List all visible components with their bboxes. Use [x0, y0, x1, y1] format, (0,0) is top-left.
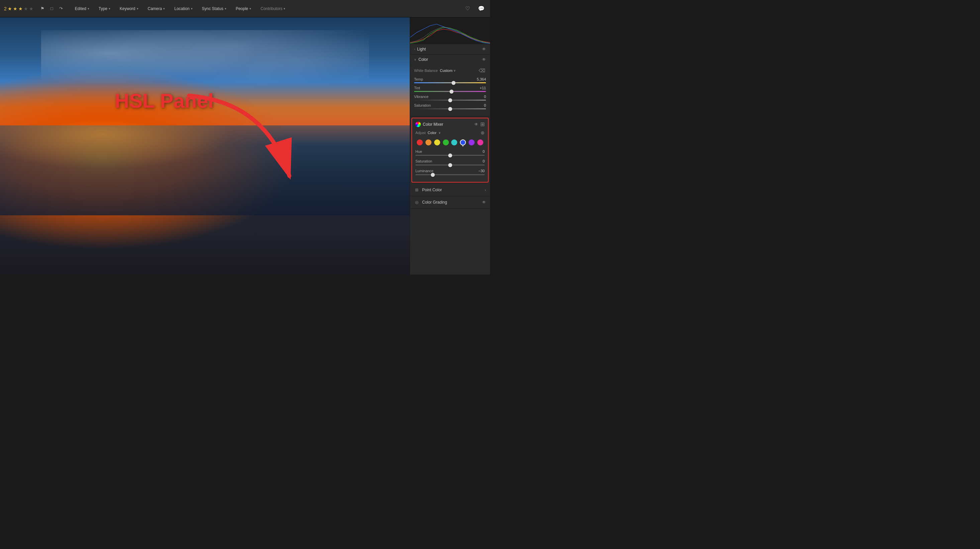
- type-filter-button[interactable]: Type ▾: [95, 5, 114, 13]
- contributors-filter-label: Contributors: [261, 6, 282, 11]
- star-2[interactable]: ★: [13, 6, 18, 11]
- color-dot-yellow[interactable]: [434, 140, 440, 146]
- color-eye-icon[interactable]: 👁: [482, 57, 486, 62]
- topbar: 2 ★ ★ ★ ★ ★ ⚑ □ ↷ Edited ▾ Type ▾ Keywor…: [0, 0, 490, 17]
- location-filter-button[interactable]: Location ▾: [171, 5, 196, 13]
- location-chevron-icon: ▾: [191, 7, 192, 10]
- flag-button[interactable]: ⚑: [39, 5, 46, 13]
- white-balance-row: White Balance Custom ∨ ⌫: [414, 67, 486, 74]
- point-color-title: Point Color: [422, 187, 442, 192]
- color-dot-red[interactable]: [417, 140, 423, 146]
- vibrance-slider-thumb[interactable]: [448, 98, 452, 102]
- light-header-left: › Light: [414, 47, 426, 51]
- vibrance-value: 0: [484, 95, 486, 98]
- star-3[interactable]: ★: [18, 6, 23, 11]
- temp-value: 5,364: [477, 77, 486, 81]
- saturation-slider-row: Saturation 0: [414, 103, 486, 109]
- color-mixer-eye-icon[interactable]: 👁: [474, 122, 478, 127]
- hue-label-row: Hue 0: [415, 149, 485, 154]
- color-dot-blue[interactable]: [460, 140, 466, 146]
- adjust-chevron-icon[interactable]: ∨: [439, 131, 441, 135]
- wb-chevron-icon[interactable]: ∨: [453, 69, 456, 72]
- vibrance-slider-track[interactable]: [414, 100, 486, 101]
- temp-slider-track[interactable]: [414, 82, 486, 83]
- location-filter-label: Location: [174, 6, 189, 11]
- tint-label-row: Tint +11: [414, 86, 486, 90]
- light-section-header[interactable]: › Light 👁: [410, 44, 490, 54]
- edited-chevron-icon: ▾: [88, 7, 89, 10]
- color-mixer-section: Color Mixer 👁 ⊞ Adjust Color ∨ ⊕: [411, 118, 488, 182]
- sync-status-filter-button[interactable]: Sync Status ▾: [199, 5, 230, 13]
- temp-label: Temp: [414, 77, 423, 81]
- color-dot-purple[interactable]: [469, 140, 475, 146]
- color-grading-eye-icon[interactable]: 👁: [482, 200, 486, 205]
- mixer-saturation-label: Saturation: [415, 159, 432, 163]
- rotate-button[interactable]: ↷: [57, 5, 65, 13]
- luminance-slider-track[interactable]: [415, 174, 485, 175]
- color-mixer-header: Color Mixer 👁 ⊞: [412, 118, 488, 130]
- light-section: › Light 👁: [410, 44, 490, 54]
- color-dot-green[interactable]: [443, 140, 449, 146]
- tint-value: +11: [480, 86, 486, 90]
- luminance-label-row: Luminance −30: [415, 169, 485, 173]
- people-filter-label: People: [236, 6, 248, 11]
- tint-slider-row: Tint +11: [414, 86, 486, 92]
- color-dot-orange[interactable]: [425, 140, 431, 146]
- color-mixer-title-row: Color Mixer: [415, 122, 443, 127]
- main-layout: HSL Panel: [0, 17, 490, 274]
- camera-filter-button[interactable]: Camera ▾: [145, 5, 169, 13]
- comment-button[interactable]: 💬: [477, 4, 486, 13]
- vibrance-slider-row: Vibrance 0: [414, 95, 486, 101]
- tint-label: Tint: [414, 86, 420, 90]
- color-mixer-icon: [415, 122, 421, 127]
- tint-slider-thumb[interactable]: [450, 90, 453, 94]
- mixer-saturation-slider-row: Saturation 0: [415, 159, 485, 165]
- color-section: ∨ Color 👁 White Balance Custom ∨ ⌫ Temp: [410, 54, 490, 116]
- color-section-header[interactable]: ∨ Color 👁: [410, 54, 490, 65]
- right-panel: › Light 👁 ∨ Color 👁 White Balance Custom: [410, 17, 490, 274]
- contributors-filter-button[interactable]: Contributors ▾: [257, 5, 289, 13]
- point-color-icon: ⊞: [414, 187, 419, 193]
- luminance-label: Luminance: [415, 169, 433, 173]
- color-header-left: ∨ Color: [414, 57, 428, 62]
- saturation-slider-track[interactable]: [414, 108, 486, 109]
- light-section-title: Light: [417, 47, 426, 51]
- star-1[interactable]: ★: [8, 6, 12, 11]
- type-filter-label: Type: [99, 6, 107, 11]
- luminance-slider-thumb[interactable]: [431, 173, 435, 177]
- wb-label: White Balance: [414, 68, 438, 73]
- wb-value: Custom: [440, 68, 453, 73]
- keyword-filter-button[interactable]: Keyword ▾: [116, 5, 142, 13]
- star-4[interactable]: ★: [24, 6, 28, 11]
- badge-button[interactable]: □: [48, 5, 56, 13]
- temp-slider-thumb[interactable]: [452, 81, 455, 85]
- hue-label: Hue: [415, 149, 422, 154]
- color-dots-row: [412, 138, 488, 148]
- color-dot-cyan[interactable]: [451, 140, 457, 146]
- star-5[interactable]: ★: [29, 6, 33, 11]
- mixer-saturation-slider-track[interactable]: [415, 165, 485, 165]
- color-grading-section[interactable]: ◎ Color Grading 👁: [410, 196, 490, 209]
- color-dot-magenta[interactable]: [477, 140, 483, 146]
- edited-filter-button[interactable]: Edited ▾: [72, 5, 93, 13]
- hue-slider-track[interactable]: [415, 155, 485, 156]
- luminance-value: −30: [478, 169, 485, 173]
- point-color-section[interactable]: ⊞ Point Color ›: [410, 184, 490, 196]
- tint-slider-track[interactable]: [414, 91, 486, 92]
- mixer-saturation-slider-thumb[interactable]: [448, 163, 452, 167]
- color-mixer-expand-button[interactable]: ⊞: [480, 121, 485, 127]
- eyedropper-button[interactable]: ⌫: [478, 67, 486, 74]
- saturation-label: Saturation: [414, 103, 431, 107]
- people-filter-button[interactable]: People ▾: [232, 5, 255, 13]
- target-icon[interactable]: ⊕: [480, 130, 485, 135]
- mixer-sliders: Hue 0 Saturation 0: [412, 148, 488, 182]
- hue-slider-thumb[interactable]: [448, 154, 452, 157]
- hue-value: 0: [483, 149, 485, 154]
- favorite-button[interactable]: ♡: [464, 4, 471, 13]
- saturation-slider-thumb[interactable]: [448, 107, 452, 111]
- color-section-body: White Balance Custom ∨ ⌫ Temp 5,364: [410, 65, 490, 116]
- photo-area: HSL Panel: [0, 17, 410, 274]
- light-eye-icon[interactable]: 👁: [482, 47, 486, 51]
- photo-container: HSL Panel: [0, 17, 410, 274]
- star-rating: 2 ★ ★ ★ ★ ★: [4, 6, 33, 11]
